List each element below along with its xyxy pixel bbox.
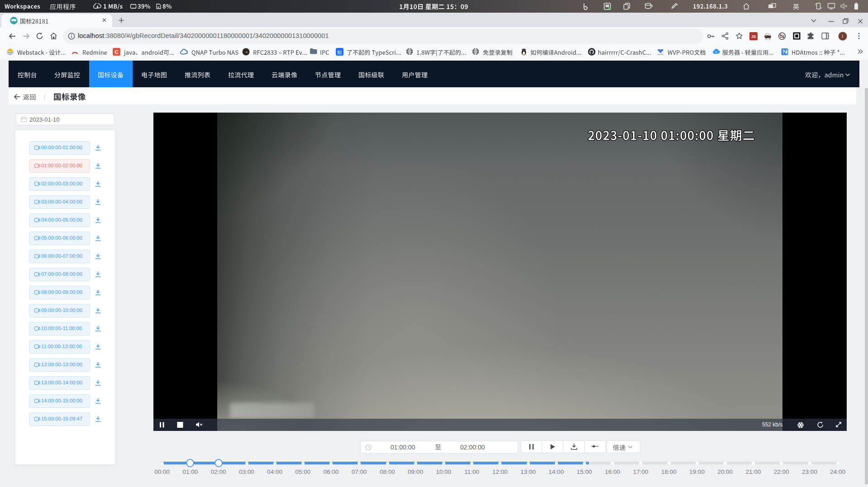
svg-text:JS: JS — [751, 34, 756, 39]
svg-text:C: C — [115, 49, 119, 55]
svg-text:WVP-PRO: WVP-PRO — [657, 54, 664, 56]
svg-text:I: I — [842, 34, 844, 39]
